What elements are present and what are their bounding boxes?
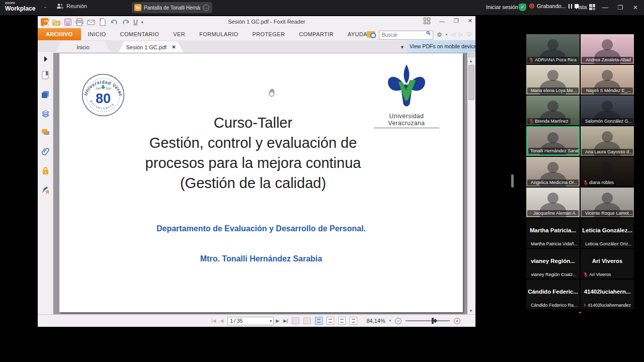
- participant-tile[interactable]: Maria elena Loya Me...: [526, 65, 580, 95]
- scrollbar-thumb[interactable]: [468, 65, 474, 100]
- single-page-view-icon[interactable]: [315, 317, 323, 325]
- menu-formulario[interactable]: FORMULARIO: [192, 31, 245, 37]
- split-view-handle[interactable]: [468, 53, 474, 57]
- bookmarks-icon[interactable]: [41, 71, 50, 79]
- menu-proteger[interactable]: PROTEGER: [245, 31, 292, 37]
- find-next-icon[interactable]: ▷: [459, 31, 463, 38]
- minimize-button[interactable]: —: [598, 0, 613, 15]
- print-icon[interactable]: [75, 18, 84, 26]
- panel-divider-handle[interactable]: [511, 174, 514, 188]
- search-in-files-icon[interactable]: [367, 31, 375, 38]
- continuous-view-icon[interactable]: [327, 317, 334, 325]
- favorites-icon[interactable]: ♡: [466, 31, 471, 38]
- pause-recording-icon[interactable]: [569, 4, 572, 9]
- digital-signature-icon[interactable]: [41, 186, 50, 194]
- facing-view-icon[interactable]: [338, 317, 346, 325]
- participant-tile[interactable]: Ari ViverosAri Viveros: [581, 249, 634, 279]
- gallery-scroll-chevron-icon[interactable]: ⌄: [576, 308, 585, 315]
- zoom-out-icon[interactable]: −: [395, 318, 401, 324]
- zoom-dropdown-icon[interactable]: ▾: [389, 319, 391, 323]
- page-thumbnails-icon[interactable]: [41, 90, 50, 99]
- ribbon-layout-icon[interactable]: [424, 18, 430, 24]
- open-file-icon[interactable]: [52, 18, 60, 26]
- search-input[interactable]: [379, 31, 433, 40]
- tab-meeting[interactable]: Reunión: [56, 3, 87, 9]
- participant-tile[interactable]: Cándido Federic...Cándido Federico Ra...: [526, 280, 580, 309]
- menu-ver[interactable]: VER: [166, 31, 192, 37]
- scroll-down-icon[interactable]: ▼: [469, 309, 473, 313]
- next-view-icon[interactable]: [303, 317, 311, 324]
- participant-tile[interactable]: Salomón González G...: [581, 96, 634, 125]
- underline-tool-icon[interactable]: U: [133, 19, 138, 26]
- maximize-button[interactable]: ❐: [613, 0, 628, 15]
- menu-comentario[interactable]: COMENTARIO: [113, 31, 167, 37]
- participant-tile[interactable]: Vicente Roque Lamot...: [581, 188, 634, 217]
- zoom-slider-handle[interactable]: [432, 318, 434, 324]
- tab-screen-share[interactable]: TH Pantalla de Tonalli Hernández Sa …: [132, 2, 212, 13]
- gear-dropdown-icon[interactable]: ▾: [446, 33, 448, 37]
- close-tab-icon[interactable]: ✕: [172, 44, 176, 50]
- chevron-down-icon[interactable]: ⌄: [43, 4, 47, 9]
- undo-icon[interactable]: [110, 18, 118, 26]
- page-number-field[interactable]: [227, 317, 274, 325]
- view-button[interactable]: Vista: [575, 4, 595, 10]
- participant-tile[interactable]: 41402luciahern...41402luciahernandez: [581, 280, 634, 309]
- participant-tile[interactable]: Andrea Zavaleta-Abad: [581, 34, 634, 64]
- close-button[interactable]: ✕: [628, 0, 643, 15]
- menu-inicio[interactable]: INICIO: [81, 31, 113, 37]
- participant-tile[interactable]: Angelica Medicina Or...: [526, 157, 580, 187]
- comments-icon[interactable]: [41, 128, 50, 137]
- attachments-icon[interactable]: [41, 147, 50, 156]
- search-icon[interactable]: 🔍︎: [426, 30, 431, 36]
- security-shield-icon[interactable]: ✓: [519, 4, 526, 11]
- participant-tile[interactable]: ADRIANA Poza Rica: [526, 34, 580, 64]
- scroll-up-icon[interactable]: ▲: [469, 59, 473, 63]
- pdf-page[interactable]: Universidad Veracruzana Aniversario 1944…: [59, 53, 463, 312]
- participant-tile[interactable]: vianey Región...vianey Región Coatz...: [526, 249, 580, 279]
- gear-icon[interactable]: ⚙: [437, 31, 442, 38]
- sign-in-button[interactable]: Iniciar sesión: [486, 4, 518, 10]
- participant-tile[interactable]: Tonalli Hernández Sarabia: [526, 126, 580, 156]
- participant-tile[interactable]: Martha Patricia...Martha Patricia Vidañ.…: [526, 218, 580, 248]
- participant-tile[interactable]: Leticia González...Leticia González Oriz…: [581, 218, 634, 248]
- document-canvas[interactable]: Universidad Veracruzana Aniversario 1944…: [53, 53, 467, 314]
- foxit-logo-icon[interactable]: [41, 18, 49, 26]
- next-page-icon[interactable]: ▶: [276, 318, 279, 323]
- foxit-close-button[interactable]: ✕: [468, 18, 472, 24]
- doc-tab-inicio[interactable]: Inicio: [55, 41, 111, 53]
- redo-icon[interactable]: [122, 18, 130, 26]
- find-previous-icon[interactable]: ◁: [451, 31, 455, 38]
- last-page-icon[interactable]: ▶|: [283, 318, 288, 323]
- menu-compartir[interactable]: COMPARTIR: [292, 31, 341, 37]
- new-document-icon[interactable]: [99, 18, 107, 26]
- zoom-slider[interactable]: [406, 320, 450, 321]
- mobile-devices-banner[interactable]: View PDFs on mobile devices: [407, 40, 475, 53]
- vertical-scrollbar[interactable]: ▲ ▼: [467, 53, 475, 314]
- participant-tile[interactable]: Ana Laura Gayosso d...: [581, 126, 634, 156]
- save-icon[interactable]: [64, 18, 72, 26]
- previous-view-icon[interactable]: [292, 317, 299, 324]
- participant-tile[interactable]: Nayeli S Méndez E_...: [581, 65, 634, 95]
- menu-archivo[interactable]: ARCHIVO: [38, 28, 81, 40]
- doc-tab-sesion1[interactable]: Sesión 1 GC.pdf ✕: [118, 41, 184, 53]
- first-page-icon[interactable]: |◀: [211, 318, 216, 323]
- foxit-restore-button[interactable]: ❐: [454, 18, 459, 24]
- department-line: Departamento de Evaluación y Desarrollo …: [59, 224, 463, 233]
- foxit-minimize-button[interactable]: —: [439, 18, 445, 24]
- svg-text:2024: 2024: [106, 87, 111, 90]
- previous-page-icon[interactable]: ◀: [220, 318, 223, 323]
- email-icon[interactable]: [87, 18, 95, 26]
- participant-tile[interactable]: diana robles: [581, 157, 634, 187]
- more-options-icon[interactable]: …: [203, 5, 209, 11]
- zoom-in-icon[interactable]: +: [454, 318, 460, 324]
- participant-tile[interactable]: Brenda Martínez: [526, 96, 580, 125]
- foxit-reader-window: U ▾ Sesión 1 GC.pdf - Foxit Reader — ❐ ✕…: [38, 16, 475, 327]
- layers-icon[interactable]: [41, 109, 50, 118]
- continuous-facing-view-icon[interactable]: [350, 317, 357, 325]
- participant-tile[interactable]: Jacqueline Aleman A.: [526, 188, 580, 217]
- security-icon[interactable]: [41, 166, 50, 175]
- expand-panel-icon[interactable]: [41, 55, 50, 63]
- page-dropdown-icon[interactable]: ▾: [270, 319, 272, 323]
- zoom-percent-value[interactable]: 84,14%: [366, 318, 385, 324]
- banner-collapse-icon[interactable]: ▼: [400, 45, 405, 50]
